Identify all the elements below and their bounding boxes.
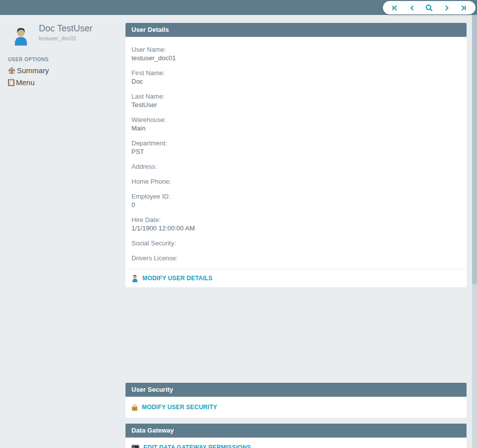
field-row: User Name: testuser_doc01 [131,45,461,62]
vertical-scrollbar-track[interactable] [472,15,477,448]
field-value: Doc [131,77,461,86]
record-pager [383,1,476,14]
field-row: Home Phone: [131,177,461,186]
field-label: Department: [131,139,461,147]
action-label: MODIFY USER SECURITY [142,404,217,411]
search-icon [425,4,433,12]
field-label: Employee ID: [131,192,461,201]
field-row: Last Name: TestUser [131,92,461,109]
data-gateway-panel-body: EDIT DATA GATEWAY PERMISSIONS [125,438,467,448]
field-value: Main [131,124,461,132]
house-icon [8,67,15,74]
field-row: First Name: Doc [131,69,461,86]
field-label: Hire Date: [131,216,461,224]
sidebar-item-label: Summary [17,66,49,75]
search-records-button[interactable] [424,2,435,13]
sidebar-item-summary[interactable]: Summary [8,66,49,75]
field-row: Address: [131,162,461,171]
user-security-panel-title: User Security [125,383,467,397]
user-security-panel-body: MODIFY USER SECURITY [125,397,467,418]
user-admin-page: Doc TestUser testuser_doc01 USER OPTIONS… [0,0,477,448]
padlock-icon [131,403,138,411]
terminal-icon [131,445,139,448]
user-details-panel-footer: MODIFY USER DETAILS [125,269,467,287]
field-row: Drivers License: [131,254,461,262]
field-row: Employee ID: 0 [131,192,461,209]
person-icon [131,274,138,282]
last-record-button[interactable] [458,2,469,13]
previous-record-button[interactable] [407,2,418,13]
field-row: Hire Date: 1/1/1900 12:00:00 AM [131,216,461,232]
sidebar-section-title: USER OPTIONS [8,57,49,62]
field-label: Drivers License: [131,254,461,262]
user-security-panel: User Security MODIFY USER SECURITY [125,383,467,418]
field-label: Last Name: [131,92,461,101]
field-row: Social Security: [131,239,461,247]
data-gateway-panel: Data Gateway EDIT DATA GATEWAY PERMISSIO… [125,424,467,448]
field-value: testuser_doc01 [131,54,461,62]
next-record-button[interactable] [441,2,452,13]
modify-user-security-link[interactable]: MODIFY USER SECURITY [131,403,461,411]
step-backward-icon [391,4,398,11]
field-row: Warehouse: Main [131,115,461,132]
sidebar-item-menu[interactable]: Menu [8,78,35,87]
chevron-right-icon [443,4,450,11]
field-label: Warehouse: [131,115,461,124]
action-label: MODIFY USER DETAILS [142,275,213,282]
field-value: TestUser [131,101,461,109]
user-avatar [12,24,29,49]
field-label: Social Security: [131,239,461,247]
field-value: PST [131,147,461,156]
step-forward-icon [460,4,467,11]
field-value: 1/1/1900 12:00:00 AM [131,224,461,232]
data-gateway-panel-title: Data Gateway [125,424,467,438]
field-label: First Name: [131,69,461,77]
user-details-panel-title: User Details [125,23,467,37]
field-label: Address: [131,162,461,171]
profile-display-name: Doc TestUser [39,23,93,34]
action-label: EDIT DATA GATEWAY PERMISSIONS [143,444,251,448]
chevron-left-icon [409,4,416,11]
sidebar-item-label: Menu [16,78,35,87]
clipboard-icon [8,79,14,86]
user-details-fields: User Name: testuser_doc01 First Name: Do… [125,37,467,262]
first-record-button[interactable] [389,2,400,13]
field-label: Home Phone: [131,177,461,186]
field-label: User Name: [131,45,461,54]
modify-user-details-link[interactable]: MODIFY USER DETAILS [131,274,213,282]
profile-username: testuser_doc01 [39,35,76,41]
user-details-panel: User Details User Name: testuser_doc01 F… [125,23,467,287]
field-row: Department: PST [131,139,461,156]
edit-data-gateway-permissions-link[interactable]: EDIT DATA GATEWAY PERMISSIONS [131,444,461,448]
field-value: 0 [131,201,461,209]
vertical-scrollbar-thumb[interactable] [472,15,477,284]
